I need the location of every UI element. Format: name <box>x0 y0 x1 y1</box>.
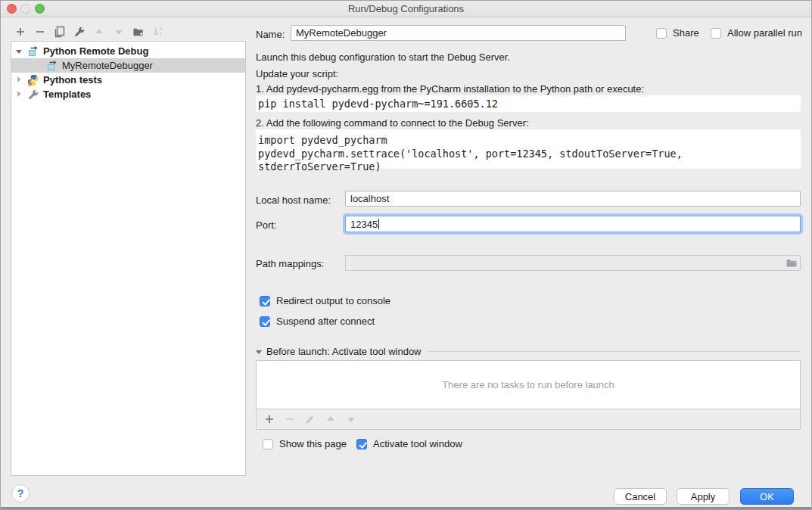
step1-text: 1. Add pydevd-pycharm.egg from the PyCha… <box>256 83 644 95</box>
ok-button-label: OK <box>760 491 774 502</box>
sort-alphabetically-icon: az <box>152 26 164 38</box>
edit-task-pencil-icon <box>304 413 316 425</box>
suspend-after-connect-label: Suspend after connect <box>276 316 375 327</box>
configurations-tree: Python Remote Debug MyRemoteDebugger Pyt… <box>11 41 246 476</box>
port-label: Port: <box>256 219 276 231</box>
window-bottom-edge <box>1 507 811 509</box>
show-this-page-row: Show this page <box>263 438 347 449</box>
activate-tool-window-checkbox[interactable] <box>356 439 367 449</box>
tree-item-label: MyRemoteDebugger <box>62 60 153 71</box>
update-script-text: Update your script: <box>256 68 338 79</box>
apply-button[interactable]: Apply <box>677 488 730 505</box>
show-this-page-checkbox[interactable] <box>263 439 273 449</box>
remote-debug-config-icon <box>46 60 58 72</box>
code-line-1: import pydevd_pycharm <box>258 134 798 148</box>
before-launch-task-list[interactable]: There are no tasks to run before launch <box>256 360 801 409</box>
add-icon[interactable] <box>14 26 26 38</box>
local-host-label: Local host name: <box>256 194 331 206</box>
show-this-page-label: Show this page <box>279 438 347 449</box>
intro-text: Launch this debug configuration to start… <box>256 51 510 63</box>
share-checkbox-row: Share <box>656 27 699 39</box>
suspend-after-connect-checkbox[interactable] <box>260 316 270 327</box>
port-value: 12345 <box>350 219 378 230</box>
move-task-up-icon <box>325 413 337 425</box>
cancel-button[interactable]: Cancel <box>614 488 667 505</box>
remote-debug-config-icon <box>27 45 39 58</box>
header-divider <box>428 351 801 352</box>
configurations-toolbar: az <box>14 26 164 38</box>
copy-icon[interactable] <box>54 26 66 38</box>
local-host-input[interactable]: localhost <box>345 191 801 207</box>
new-folder-icon[interactable] <box>132 26 145 38</box>
tree-item-my-remote-debugger[interactable]: MyRemoteDebugger <box>11 58 245 73</box>
python-tests-icon <box>27 74 39 86</box>
activate-tool-window-label: Activate tool window <box>373 438 462 449</box>
step2-text: 2. Add the following command to connect … <box>256 117 529 129</box>
browse-folder-icon[interactable] <box>786 257 798 269</box>
path-mappings-label: Path mappings: <box>256 258 324 269</box>
tree-item-label: Python Remote Debug <box>43 45 148 57</box>
allow-parallel-run-checkbox-row: Allow parallel run <box>711 27 802 39</box>
code-line-2: pydevd_pycharm.settrace('localhost', por… <box>258 148 798 174</box>
remove-icon[interactable] <box>34 26 46 38</box>
chevron-collapsed-icon[interactable] <box>16 91 23 98</box>
before-launch-title: Before launch: Activate tool window <box>266 346 422 357</box>
help-button[interactable]: ? <box>11 484 30 502</box>
help-question-mark: ? <box>17 487 24 499</box>
path-mappings-input[interactable] <box>345 255 801 271</box>
apply-button-label: Apply <box>691 491 716 502</box>
chevron-collapsed-icon[interactable] <box>16 76 23 84</box>
share-label: Share <box>673 27 699 39</box>
before-launch-header: Before launch: Activate tool window <box>256 346 801 357</box>
suspend-after-connect-row: Suspend after connect <box>260 316 375 327</box>
activate-tool-window-row: Activate tool window <box>356 438 462 449</box>
share-checkbox[interactable] <box>656 28 667 39</box>
window-title: Run/Debug Configurations <box>1 1 811 17</box>
svg-text:z: z <box>160 31 162 36</box>
tree-item-python-tests[interactable]: Python tests <box>11 73 245 87</box>
move-task-down-icon <box>345 413 357 425</box>
redirect-output-checkbox[interactable] <box>260 296 270 306</box>
cancel-button-label: Cancel <box>625 491 655 502</box>
move-up-icon <box>93 26 105 38</box>
redirect-output-label: Redirect output to console <box>276 295 390 306</box>
zoom-window-button[interactable] <box>35 4 45 14</box>
before-launch-toolbar <box>256 409 801 430</box>
minimize-window-button <box>20 4 30 14</box>
allow-parallel-run-label: Allow parallel run <box>727 27 802 39</box>
svg-text:a: a <box>160 26 163 31</box>
settrace-code-block: import pydevd_pycharm pydevd_pycharm.set… <box>256 129 801 169</box>
text-caret <box>378 219 379 229</box>
title-bar: Run/Debug Configurations <box>1 1 811 17</box>
pip-command-text: pip install pydevd-pycharm~=191.6605.12 <box>256 95 801 112</box>
name-value: MyRemoteDebugger <box>296 27 387 39</box>
port-input[interactable]: 12345 <box>345 216 801 232</box>
remove-task-icon <box>284 413 296 425</box>
run-debug-configurations-dialog: Run/Debug Configurations az <box>0 0 812 510</box>
allow-parallel-run-checkbox[interactable] <box>711 28 721 39</box>
tree-item-templates[interactable]: Templates <box>11 87 245 101</box>
close-window-button[interactable] <box>7 4 17 14</box>
move-down-icon <box>113 26 125 38</box>
tree-item-label: Templates <box>43 89 91 100</box>
add-task-icon[interactable] <box>263 413 275 425</box>
empty-tasks-message: There are no tasks to run before launch <box>442 379 614 390</box>
chevron-expanded-icon[interactable] <box>16 48 23 55</box>
ok-button[interactable]: OK <box>740 488 794 505</box>
tree-item-label: Python tests <box>43 74 102 86</box>
tree-item-python-remote-debug[interactable]: Python Remote Debug <box>11 44 245 58</box>
name-label: Name: <box>256 29 285 40</box>
name-input[interactable]: MyRemoteDebugger <box>291 25 626 41</box>
redirect-output-row: Redirect output to console <box>260 295 390 306</box>
local-host-value: localhost <box>350 193 389 204</box>
before-launch-collapse-icon[interactable] <box>256 348 263 356</box>
edit-defaults-wrench-icon[interactable] <box>73 26 86 38</box>
templates-wrench-icon <box>27 89 39 101</box>
